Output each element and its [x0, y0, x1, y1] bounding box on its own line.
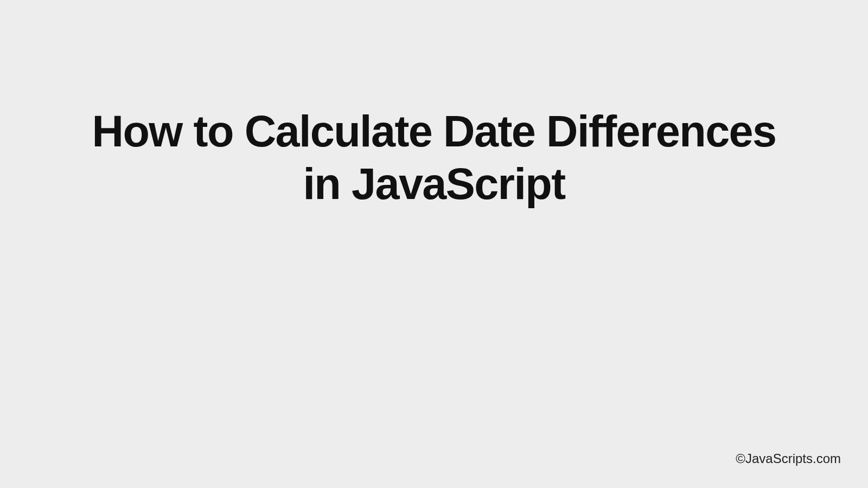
copyright-text: ©JavaScripts.com	[736, 451, 841, 466]
title-container: How to Calculate Date Differences in Jav…	[0, 105, 868, 210]
page-title: How to Calculate Date Differences in Jav…	[76, 105, 792, 210]
